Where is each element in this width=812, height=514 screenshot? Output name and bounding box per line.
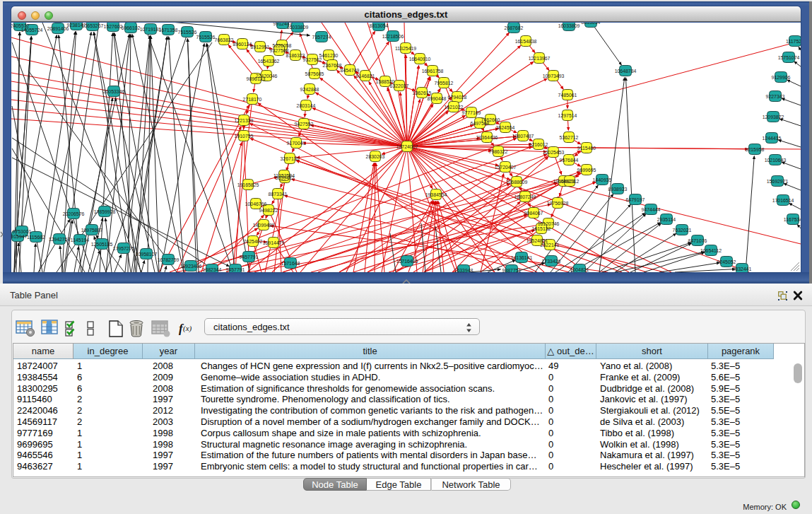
svg-text:9576844: 9576844 (560, 158, 579, 163)
svg-text:1910755: 1910755 (235, 134, 254, 139)
svg-text:7955812: 7955812 (435, 81, 454, 86)
svg-text:7357274: 7357274 (312, 35, 331, 40)
svg-text:1297514: 1297514 (558, 113, 577, 118)
svg-text:7485061: 7485061 (558, 93, 577, 98)
svg-text:9242848: 9242848 (300, 87, 319, 92)
svg-text:8990448: 8990448 (428, 96, 447, 101)
svg-text:9129906: 9129906 (772, 75, 791, 80)
svg-text:8813054: 8813054 (582, 23, 601, 25)
svg-text:2718170: 2718170 (243, 97, 262, 102)
svg-text:8471076: 8471076 (688, 238, 707, 243)
svg-text:17859928: 17859928 (94, 209, 116, 214)
svg-text:7515526: 7515526 (196, 35, 216, 40)
svg-text:10653267: 10653267 (82, 23, 104, 28)
svg-text:10025453: 10025453 (543, 150, 565, 155)
svg-text:6966102: 6966102 (122, 25, 141, 30)
svg-text:9427552: 9427552 (295, 122, 314, 127)
svg-text:7632021: 7632021 (673, 228, 692, 233)
svg-text:12218506: 12218506 (382, 34, 404, 39)
svg-text:1621022: 1621022 (445, 105, 464, 110)
svg-text:(x): (x) (183, 324, 192, 333)
svg-text:9115460: 9115460 (577, 146, 596, 151)
svg-text:2687682: 2687682 (505, 25, 524, 30)
svg-text:10648784: 10648784 (615, 69, 637, 74)
svg-text:6216012: 6216012 (529, 142, 548, 147)
svg-text:9457791: 9457791 (240, 255, 259, 259)
svg-text:10046766: 10046766 (245, 201, 267, 206)
svg-text:1221339: 1221339 (235, 118, 254, 123)
svg-text:1615132: 1615132 (532, 226, 551, 231)
svg-text:2803144: 2803144 (297, 103, 316, 108)
svg-text:8813054: 8813054 (370, 23, 389, 28)
svg-text:11353594: 11353594 (273, 173, 295, 178)
svg-text:15751074: 15751074 (778, 55, 800, 60)
svg-text:9753001: 9753001 (13, 229, 32, 234)
svg-text:9327508: 9327508 (270, 48, 289, 53)
svg-text:7986322: 7986322 (489, 149, 508, 154)
svg-text:6479197: 6479197 (626, 197, 645, 202)
svg-text:10654112: 10654112 (700, 248, 722, 253)
svg-text:9327502: 9327502 (303, 57, 322, 62)
svg-text:19756928: 19756928 (547, 201, 569, 206)
svg-text:9887751: 9887751 (502, 268, 522, 273)
svg-text:17957275: 17957275 (113, 246, 135, 251)
svg-text:19384554: 19384554 (425, 192, 447, 197)
svg-text:10688609: 10688609 (506, 180, 528, 185)
svg-text:9146821: 9146821 (356, 74, 375, 78)
svg-text:1633948: 1633948 (454, 268, 473, 273)
svg-text:8215958: 8215958 (746, 147, 765, 152)
svg-text:16033809: 16033809 (558, 23, 580, 28)
svg-text:5362712: 5362712 (560, 135, 579, 140)
svg-text:7663822: 7663822 (215, 37, 234, 42)
svg-text:7625402: 7625402 (244, 239, 263, 244)
svg-text:1004821: 1004821 (570, 267, 589, 272)
svg-text:9457791: 9457791 (226, 267, 245, 272)
svg-text:1382344: 1382344 (203, 267, 222, 272)
svg-text:2522141: 2522141 (541, 243, 560, 247)
svg-text:8938923: 8938923 (608, 187, 628, 192)
svg-text:15716485: 15716485 (396, 259, 418, 264)
svg-text:14099489: 14099489 (253, 223, 275, 228)
svg-text:10210643: 10210643 (765, 158, 787, 163)
svg-text:1115682: 1115682 (27, 235, 45, 240)
svg-text:12213967: 12213967 (529, 56, 551, 61)
svg-text:16543362: 16543362 (258, 59, 280, 64)
svg-text:3267130: 3267130 (281, 156, 300, 161)
svg-text:21364436: 21364436 (476, 135, 498, 140)
svg-text:2830203: 2830203 (366, 154, 385, 159)
svg-text:1145194: 1145194 (71, 238, 89, 243)
svg-text:1671358: 1671358 (159, 28, 178, 33)
svg-text:9777169: 9777169 (462, 110, 481, 115)
svg-text:10975887: 10975887 (81, 228, 103, 233)
svg-text:16640910: 16640910 (409, 57, 431, 62)
svg-text:1244415: 1244415 (763, 136, 782, 141)
svg-text:16033809: 16033809 (287, 25, 309, 30)
svg-text:8912951: 8912951 (251, 45, 270, 49)
svg-text:18724007: 18724007 (396, 144, 418, 149)
svg-text:8960124: 8960124 (233, 42, 252, 47)
svg-text:7462660: 7462660 (481, 117, 500, 122)
svg-text:1362615: 1362615 (413, 90, 432, 95)
svg-text:19165825: 19165825 (237, 182, 259, 187)
svg-text:16782759: 16782759 (158, 257, 180, 262)
svg-text:17016514: 17016514 (772, 198, 794, 203)
svg-text:1117520: 1117520 (786, 39, 801, 44)
svg-text:6322037: 6322037 (390, 83, 409, 88)
svg-text:12942757: 12942757 (49, 237, 71, 242)
svg-text:16914479: 16914479 (263, 240, 285, 245)
svg-text:1440935: 1440935 (593, 177, 612, 182)
svg-text:9498222: 9498222 (259, 208, 278, 213)
svg-text:4492312: 4492312 (560, 179, 579, 184)
svg-text:6794028: 6794028 (448, 95, 467, 100)
svg-text:9170041: 9170041 (287, 141, 306, 146)
svg-text:12093872: 12093872 (763, 115, 784, 119)
svg-text:16120746: 16120746 (538, 221, 560, 226)
svg-text:9896123: 9896123 (247, 76, 266, 81)
svg-text:1167534: 1167534 (784, 217, 801, 222)
svg-text:14136141: 14136141 (511, 255, 533, 260)
svg-text:18807249: 18807249 (514, 194, 536, 199)
svg-text:3624554: 3624554 (496, 125, 515, 130)
svg-text:5875685: 5875685 (305, 71, 324, 76)
svg-text:9227343: 9227343 (766, 94, 785, 99)
svg-text:15692971: 15692971 (767, 179, 789, 184)
